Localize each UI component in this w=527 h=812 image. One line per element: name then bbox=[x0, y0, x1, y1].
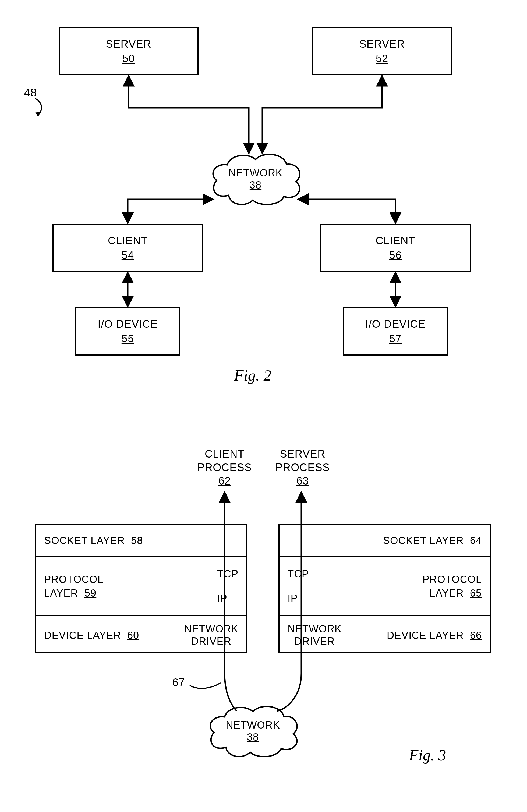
diagram-page: SERVER 50 SERVER 52 48 NETWORK 38 CLIENT… bbox=[0, 0, 527, 812]
fig3-arrows bbox=[0, 0, 527, 812]
ref-67: 67 bbox=[172, 676, 185, 689]
fig3-caption: Fig. 3 bbox=[409, 746, 446, 764]
ref-67-leader bbox=[188, 676, 223, 692]
